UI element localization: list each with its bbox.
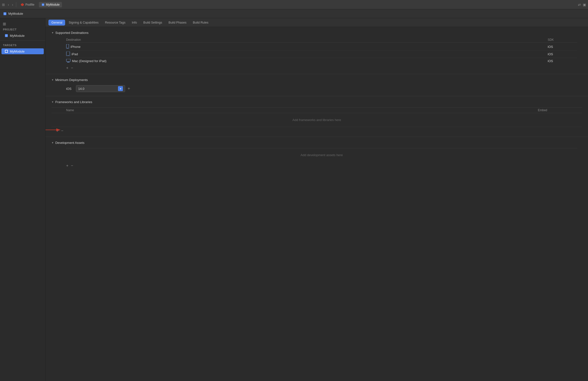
svg-rect-4 <box>4 13 6 15</box>
frameworks-title: Frameworks and Libraries <box>55 100 92 104</box>
forward-button[interactable]: › <box>11 2 14 7</box>
project-label: MyModule <box>8 12 23 16</box>
section-frameworks-libraries: ▼ Frameworks and Libraries Name Embed Ad… <box>45 96 588 137</box>
destination-ipad-label: iPad <box>72 52 78 56</box>
svg-rect-15 <box>68 55 69 56</box>
tab-podfile[interactable]: Podfile <box>18 2 37 7</box>
svg-rect-13 <box>67 48 68 48</box>
supported-destinations-title: Supported Destinations <box>55 31 88 35</box>
destination-ipad-cell: iPad <box>66 52 548 57</box>
grid-icon[interactable]: ⊞ <box>2 3 5 7</box>
frameworks-empty-message: Add frameworks and libraries here <box>51 113 582 127</box>
section-supported-destinations-header[interactable]: ▼ Supported Destinations <box>51 31 582 35</box>
section-minimum-deployments: ▼ Minimum Deployments iOS 14.0 ▾ + <box>45 74 588 96</box>
chevron-down-icon-deployments: ▼ <box>51 78 54 81</box>
dev-assets-add-remove: + − <box>66 164 582 168</box>
sdk-ipad-cell: iOS <box>548 52 577 56</box>
nav-buttons: ‹ › <box>7 2 14 7</box>
destination-mac-label: Mac (Designed for iPad) <box>72 59 106 63</box>
layout-button[interactable]: ▣ <box>583 3 586 7</box>
tab-build-rules[interactable]: Build Rules <box>190 20 211 25</box>
chevron-down-icon-devassets: ▼ <box>51 141 54 144</box>
section-development-assets-header[interactable]: ▼ Development Assets <box>51 141 582 145</box>
tab-build-settings[interactable]: Build Settings <box>140 20 165 25</box>
sdk-iphone-cell: iOS <box>548 45 577 49</box>
destinations-add-remove: + − <box>66 66 582 70</box>
col-destination-header: Destination <box>66 38 548 41</box>
section-supported-destinations: ▼ Supported Destinations Destination SDK <box>45 27 588 74</box>
target-mymodule-label: MyModule <box>10 50 24 53</box>
dev-assets-table-container: Add development assets here <box>66 148 577 162</box>
sidebar-toggle-icon[interactable] <box>3 23 6 25</box>
secondbar: MyModule <box>0 9 588 18</box>
sidebar-item-target-mymodule[interactable]: MyModule <box>1 48 44 54</box>
iphone-icon <box>66 44 69 49</box>
chevron-down-icon-frameworks: ▼ <box>51 101 54 103</box>
section-development-assets: ▼ Development Assets Add development ass… <box>45 137 588 171</box>
project-mymodule-label: MyModule <box>10 34 24 38</box>
section-frameworks-header[interactable]: ▼ Frameworks and Libraries <box>51 100 582 104</box>
section-minimum-deployments-header[interactable]: ▼ Minimum Deployments <box>51 78 582 82</box>
col-sdk-header: SDK <box>548 38 577 41</box>
titlebar: ⊞ ‹ › Podfile MyModule ⇄ ▣ <box>0 0 588 9</box>
svg-rect-5 <box>3 23 6 23</box>
tab-mymodule[interactable]: MyModule <box>39 2 62 7</box>
target-icon <box>4 49 8 53</box>
project-file-icon <box>4 34 8 38</box>
content-area: General Signing & Capabilities Resource … <box>45 18 588 381</box>
mac-icon <box>66 59 71 63</box>
destination-row-mac[interactable]: Mac (Designed for iPad) iOS <box>66 58 577 64</box>
minimum-deployments-title: Minimum Deployments <box>55 78 88 82</box>
deployment-version-select[interactable]: 14.0 ▾ <box>76 85 125 92</box>
ipad-icon <box>66 52 70 57</box>
dev-assets-remove-button[interactable]: − <box>71 164 73 168</box>
sidebar: PROJECT MyModule TARGETS MyModule <box>0 18 45 381</box>
sidebar-item-project-mymodule[interactable]: MyModule <box>1 33 44 38</box>
main-layout: PROJECT MyModule TARGETS MyModule Genera… <box>0 18 588 381</box>
tab-build-phases[interactable]: Build Phases <box>166 20 189 25</box>
titlebar-divider <box>16 2 16 7</box>
svg-rect-9 <box>5 35 7 37</box>
fw-col-embed-header: Embed <box>538 109 582 112</box>
development-assets-title: Development Assets <box>55 141 84 145</box>
titlebar-right: ⇄ ▣ <box>578 3 586 7</box>
destination-iphone-label: iPhone <box>71 45 80 49</box>
svg-rect-6 <box>3 24 6 24</box>
package-icon <box>41 3 45 6</box>
chevron-down-icon: ▼ <box>51 31 54 34</box>
tab-info[interactable]: Info <box>129 20 140 25</box>
project-icon <box>3 12 7 16</box>
content-scroll: ▼ Supported Destinations Destination SDK <box>45 27 588 381</box>
destinations-remove-button[interactable]: − <box>71 66 73 70</box>
destination-mac-cell: Mac (Designed for iPad) <box>66 59 548 63</box>
svg-rect-2 <box>42 4 44 5</box>
tab-general[interactable]: General <box>48 20 65 25</box>
tab-resource-tags[interactable]: Resource Tags <box>102 20 128 25</box>
svg-rect-16 <box>66 59 70 62</box>
sdk-mac-cell: iOS <box>548 59 577 63</box>
ruby-icon <box>21 3 24 6</box>
red-arrow-annotation <box>45 127 64 133</box>
mymodule-tab-label: MyModule <box>46 3 60 6</box>
destination-row-iphone[interactable]: iPhone iOS <box>66 43 577 51</box>
deployment-row: iOS 14.0 ▾ + <box>66 85 582 92</box>
svg-rect-7 <box>3 25 6 25</box>
deployment-add-button[interactable]: + <box>127 86 130 91</box>
destinations-table-header: Destination SDK <box>66 38 577 43</box>
sidebar-divider <box>0 40 45 41</box>
fw-col-name-header: Name <box>51 109 538 112</box>
deployment-select-arrow-icon: ▾ <box>118 86 123 91</box>
destinations-add-button[interactable]: + <box>66 66 68 70</box>
back-button[interactable]: ‹ <box>7 2 10 7</box>
targets-section-label: TARGETS <box>0 43 45 48</box>
destinations-table: Destination SDK iPhone <box>66 38 577 64</box>
destination-row-ipad[interactable]: iPad iOS <box>66 51 577 58</box>
tab-signing[interactable]: Signing & Capabilities <box>66 20 102 25</box>
podfile-tab-label: Podfile <box>25 3 34 6</box>
refresh-button[interactable]: ⇄ <box>578 3 581 7</box>
project-section-label: PROJECT <box>0 27 45 32</box>
deployment-platform-label: iOS <box>66 87 74 91</box>
svg-marker-0 <box>21 3 24 6</box>
dev-assets-add-button[interactable]: + <box>66 164 68 168</box>
destination-iphone-cell: iPhone <box>66 44 548 49</box>
